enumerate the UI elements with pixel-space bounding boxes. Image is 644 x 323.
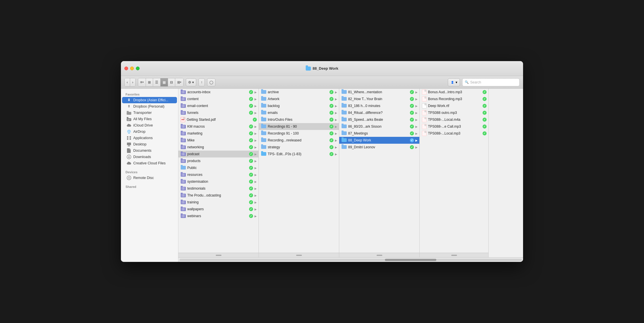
list-item[interactable]: Deep Work.rtf ✓ (420, 102, 488, 109)
sidebar-item-dropbox-asian[interactable]: Dropbox (Asian Effici... (122, 97, 177, 103)
sidebar-item-airdrop[interactable]: AirDrop (122, 129, 177, 135)
sidebar-item-icloud[interactable]: iCloud Drive (122, 122, 177, 129)
dropbox-button[interactable]: ▾ (448, 78, 460, 86)
list-item[interactable]: 86_80/20...ark Sisson ✓ ▶ (339, 123, 419, 130)
list-item[interactable]: 82_How T...Your Brain ✓ ▶ (339, 96, 419, 102)
item-name: 85_Speed...arks Beale (348, 118, 408, 122)
item-name: Artwork (268, 97, 328, 101)
sidebar-item-remote-disc[interactable]: Remote Disc (122, 175, 177, 181)
sidebar-item-applications[interactable]: Applications (122, 135, 177, 141)
view-lines-icon[interactable]: ☰ (153, 78, 161, 86)
list-item[interactable]: systemisation ✓ ▶ (178, 178, 259, 185)
forward-button[interactable]: › (130, 78, 135, 86)
sidebar-item-all-my-files[interactable]: All My Files (122, 116, 177, 122)
close-button[interactable] (124, 67, 128, 70)
list-item[interactable]: Mike ✓ ▶ (178, 137, 259, 144)
list-item[interactable]: 87_Meetings ✓ ▶ (339, 130, 419, 137)
back-button[interactable]: ‹ (125, 78, 130, 86)
status-check: ✓ (249, 104, 253, 108)
list-item[interactable]: TPS- Edit...P3s (1-83) ✓ ▶ (259, 151, 339, 157)
list-item[interactable]: products ✓ ▶ (178, 157, 259, 164)
list-item[interactable]: testimonials ✓ ▶ (178, 185, 259, 192)
list-item[interactable]: Recordings 81 - 90 ✓ ▶ (259, 123, 339, 130)
list-item[interactable]: 88_Deep Work ✓ ▶ (339, 137, 419, 144)
view-columns-icon[interactable]: ▦ (161, 78, 168, 86)
list-item[interactable]: Public ✓ ▶ (178, 164, 259, 171)
item-name: TPS088-...e Call.mp3 (428, 124, 481, 129)
list-item[interactable]: Bonus Recording.mp3 ✓ (420, 96, 488, 102)
list-item[interactable]: podcast ✓ ▶ (178, 151, 259, 157)
list-item[interactable]: emails ✓ ▶ (259, 109, 339, 116)
list-item[interactable]: email-content ✓ ▶ (178, 102, 259, 109)
column-2-scroll[interactable]: archive ✓ ▶ Artwork ✓ ▶ (259, 89, 339, 253)
list-item[interactable]: 85_Speed...arks Beale ✓ ▶ (339, 116, 419, 123)
sidebar-item-transporter[interactable]: Transporter (122, 110, 177, 116)
item-name: Recordings 81 - 90 (268, 124, 328, 129)
list-item[interactable]: funnels ✓ ▶ (178, 109, 259, 116)
svg-rect-2 (127, 118, 131, 121)
window-title: 88_Deep Work (313, 66, 338, 71)
sidebar-item-documents[interactable]: Documents (122, 147, 177, 154)
bottom-scrollbar[interactable] (178, 257, 523, 262)
list-item[interactable]: The Produ...odcasting ✓ ▶ (178, 192, 259, 199)
column-1-scroll[interactable]: accounts-inbox ✓ ▶ content ✓ ▶ (178, 89, 259, 253)
list-item[interactable]: Artwork ✓ ▶ (259, 96, 339, 102)
main-content: Favorites Dropbox (Asian Effici... Dropb… (121, 89, 523, 262)
list-item[interactable]: marketing ✓ ▶ (178, 130, 259, 137)
column-3-resizer[interactable] (339, 253, 419, 257)
list-item[interactable]: TPS088-...Local.mp3 ✓ (420, 130, 488, 137)
list-item[interactable]: backlog ✓ ▶ (259, 102, 339, 109)
column-4-resizer[interactable] (420, 253, 488, 257)
column-1-resizer[interactable] (178, 253, 259, 257)
list-item[interactable]: training ✓ ▶ (178, 199, 259, 206)
list-item[interactable]: KM macros ✓ ▶ (178, 123, 259, 130)
search-box[interactable]: 🔍 Search (462, 78, 520, 86)
item-name: wallpapers (187, 207, 248, 211)
view-list-icon[interactable]: ≡▾ (138, 78, 146, 86)
sidebar-item-creative-cloud[interactable]: Creative Cloud Files (122, 160, 177, 166)
column-4-scroll[interactable]: Bonus Aud...Intro.mp3 ✓ Bonus Recording.… (420, 89, 488, 253)
list-item[interactable]: resources ✓ ▶ (178, 171, 259, 178)
list-item[interactable]: 81_Where...mentation ✓ ▶ (339, 89, 419, 96)
column-2-resizer[interactable] (259, 253, 339, 257)
list-item[interactable]: PDF Getting Started.pdf ✓ (178, 116, 259, 123)
item-name: Deep Work.rtf (428, 104, 481, 108)
status-check: ✓ (249, 152, 253, 156)
view-cover-icon[interactable]: ⊟ (168, 78, 175, 86)
list-item[interactable]: strategy ✓ ▶ (259, 144, 339, 151)
sidebar-item-downloads[interactable]: Downloads (122, 154, 177, 160)
list-item[interactable]: Recording...nreleased ✓ ▶ (259, 137, 339, 144)
list-item[interactable]: 83_186 h...0 minutes ✓ ▶ (339, 102, 419, 109)
list-item[interactable]: wallpapers ✓ ▶ (178, 206, 259, 213)
column-3-scroll[interactable]: 81_Where...mentation ✓ ▶ 82_How T...Your… (339, 89, 419, 253)
grid-folder-icon (181, 104, 186, 108)
share-button[interactable]: ↑ (198, 78, 205, 86)
view-gallery-icon[interactable]: ⊞▾ (175, 78, 183, 86)
tag-button[interactable]: ◯ (207, 78, 215, 86)
item-name: TPS088-...Local.mp3 (428, 131, 481, 135)
action-button[interactable]: ⚙ ▾ (186, 78, 196, 86)
list-item[interactable]: Recordings 91 - 100 ✓ ▶ (259, 130, 339, 137)
resizer-handle (451, 255, 457, 256)
maximize-button[interactable] (136, 67, 140, 70)
list-item[interactable]: archive ✓ ▶ (259, 89, 339, 96)
list-item[interactable]: networking ✓ ▶ (178, 144, 259, 151)
status-check: ✓ (249, 180, 253, 184)
list-item[interactable]: 84_Ritual...difference? ✓ ▶ (339, 109, 419, 116)
view-grid-icon[interactable]: ⊞ (146, 78, 153, 86)
sidebar-item-dropbox-personal[interactable]: Dropbox (Personal) (122, 103, 177, 110)
sidebar-item-label: iCloud Drive (133, 123, 153, 127)
list-item[interactable]: Bonus Aud...Intro.mp3 ✓ (420, 89, 488, 96)
list-item[interactable]: TPS088-...Local.m4a ✓ (420, 116, 488, 123)
list-item[interactable]: webinars ✓ ▶ (178, 213, 259, 219)
list-item[interactable]: Intro/Outro Files ✓ ▶ (259, 116, 339, 123)
list-item[interactable]: 89_Dmitri Leonov ✓ ▶ (339, 144, 419, 151)
status-check: ✓ (483, 90, 487, 94)
list-item[interactable]: accounts-inbox ✓ ▶ (178, 89, 259, 96)
list-item[interactable]: content ✓ ▶ (178, 96, 259, 102)
list-item[interactable]: TPS088-...e Call.mp3 ✓ (420, 123, 488, 130)
minimize-button[interactable] (130, 67, 134, 70)
list-item[interactable]: TPS088 outro.mp3 ✓ (420, 109, 488, 116)
sidebar-item-desktop[interactable]: Desktop (122, 141, 177, 147)
scrollbar-thumb[interactable] (385, 259, 436, 261)
